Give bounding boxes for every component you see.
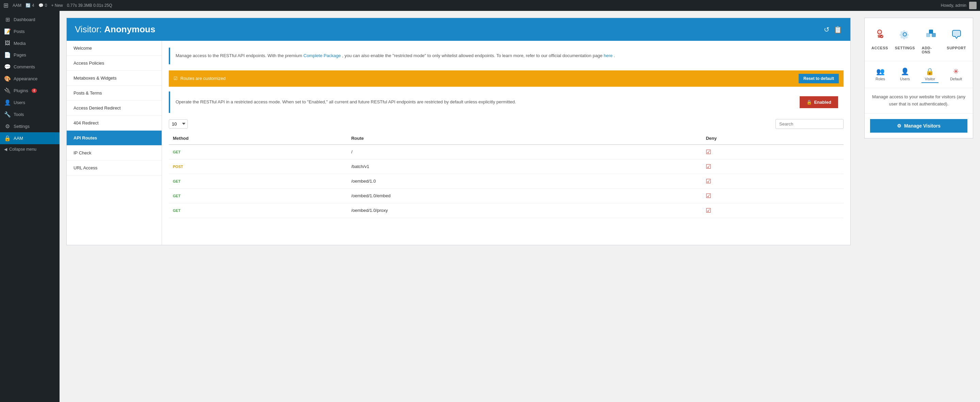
admin-menu: ⊞ Dashboard 📝 Posts 🖼 Media 📄 Pages 💬 Co… bbox=[0, 11, 60, 402]
deny-checkbox[interactable]: ☑ bbox=[706, 163, 711, 170]
support-icon bbox=[950, 28, 963, 43]
nav-item-access-policies[interactable]: Access Policies bbox=[67, 56, 162, 71]
sidebar-item-tools[interactable]: 🔧 Tools bbox=[0, 108, 60, 121]
roles-tab-label: Roles bbox=[875, 77, 885, 81]
sidebar-item-media[interactable]: 🖼 Media bbox=[0, 37, 60, 49]
deny-checkbox[interactable]: ☑ bbox=[706, 207, 711, 214]
reset-to-default-button[interactable]: Reset to default bbox=[799, 74, 839, 83]
site-name[interactable]: AAM bbox=[13, 3, 21, 8]
table-row: POST /batch/v1 ☑ bbox=[169, 159, 843, 174]
checkmark-icon: ☑ bbox=[173, 76, 178, 81]
sidebar-item-label: Tools bbox=[14, 112, 24, 117]
settings-icon bbox=[899, 28, 911, 43]
aam-main-area: Manage access to the RESTful API endpoin… bbox=[162, 41, 850, 245]
perf-stats: 0.77s 39.3MB 0.01s 25Q bbox=[67, 3, 112, 8]
posts-icon: 📝 bbox=[4, 28, 11, 35]
sidebar-item-users[interactable]: 👤 Users bbox=[0, 97, 60, 108]
table-row: GET /oembed/1.0/proxy ☑ bbox=[169, 203, 843, 218]
search-input[interactable] bbox=[775, 119, 843, 129]
manage-visitors-button[interactable]: ⚙ Manage Visitors bbox=[870, 119, 967, 133]
tools-icon: 🔧 bbox=[4, 111, 11, 118]
tab-default[interactable]: ✳ Default bbox=[947, 66, 966, 83]
nav-item-404[interactable]: 404 Redirect bbox=[67, 116, 162, 130]
support-label: SUPPORT bbox=[947, 46, 966, 50]
dashboard-icon: ⊞ bbox=[4, 16, 11, 23]
addons-icon-item[interactable]: ADD-ONS bbox=[918, 25, 943, 57]
sidebar-item-dashboard[interactable]: ⊞ Dashboard bbox=[0, 14, 60, 25]
sidebar-item-comments[interactable]: 💬 Comments bbox=[0, 61, 60, 73]
access-icon-item[interactable]: ACCESS bbox=[868, 25, 891, 57]
complete-package-link[interactable]: Complete Package bbox=[304, 53, 341, 58]
sidebar-item-label: Posts bbox=[14, 29, 25, 34]
comments-icon: 💬 bbox=[4, 64, 11, 70]
collapse-arrow-icon: ◀ bbox=[4, 147, 7, 152]
enabled-button[interactable]: 🔒 Enabled bbox=[800, 96, 838, 108]
method-label: POST bbox=[173, 165, 183, 169]
sidebar-item-pages[interactable]: 📄 Pages bbox=[0, 49, 60, 61]
addons-icon bbox=[925, 28, 937, 43]
users-tab-icon: 👤 bbox=[901, 67, 909, 76]
nav-item-welcome[interactable]: Welcome bbox=[67, 41, 162, 56]
col-deny: Deny bbox=[702, 132, 843, 145]
aam-header: Visitor: Anonymous ↺ 📋 bbox=[67, 18, 850, 41]
nav-item-posts-terms[interactable]: Posts & Terms bbox=[67, 86, 162, 101]
nav-item-ip-check[interactable]: IP Check bbox=[67, 146, 162, 160]
settings-label: SETTINGS bbox=[895, 46, 915, 50]
nav-item-url-access[interactable]: URL Access bbox=[67, 160, 162, 175]
default-tab-label: Default bbox=[950, 77, 962, 81]
role-tabs: 👥 Roles 👤 Users 🔒 Visitor ✳ Default bbox=[865, 61, 973, 88]
right-panel: ACCESS SETTINGS bbox=[864, 18, 973, 138]
wp-logo[interactable]: ⊞ bbox=[3, 2, 8, 9]
new-content[interactable]: + New bbox=[51, 3, 63, 8]
appearance-icon: 🎨 bbox=[4, 76, 11, 82]
reset-icon[interactable]: ↺ bbox=[824, 25, 830, 34]
nav-item-metaboxes[interactable]: Metaboxes & Widgets bbox=[67, 71, 162, 86]
here-link[interactable]: here bbox=[604, 53, 612, 58]
export-icon[interactable]: 📋 bbox=[834, 25, 842, 34]
users-tab-label: Users bbox=[900, 77, 910, 81]
deny-checkbox[interactable]: ☑ bbox=[706, 178, 711, 185]
support-icon-item[interactable]: SUPPORT bbox=[943, 25, 969, 57]
route-path: / bbox=[347, 145, 702, 159]
tab-visitor[interactable]: 🔒 Visitor bbox=[921, 66, 939, 83]
updates-count[interactable]: 🔄 4 bbox=[25, 3, 34, 8]
comments-link[interactable]: 💬 0 bbox=[38, 3, 47, 8]
lock-icon: 🔒 bbox=[807, 100, 812, 105]
banner-text: Routes are customized bbox=[180, 76, 226, 81]
sidebar-item-aam[interactable]: 🔒 AAM bbox=[0, 132, 60, 144]
enabled-label: Enabled bbox=[814, 100, 831, 105]
nav-item-access-denied[interactable]: Access Denied Redirect bbox=[67, 101, 162, 116]
nav-item-api-routes[interactable]: API Routes bbox=[67, 130, 162, 146]
sidebar-item-appearance[interactable]: 🎨 Appearance bbox=[0, 73, 60, 85]
right-top-icons: ACCESS SETTINGS bbox=[865, 18, 973, 61]
info-text: Manage access to the RESTful API endpoin… bbox=[176, 53, 304, 58]
per-page-select[interactable]: 10 25 50 100 bbox=[169, 119, 188, 129]
table-row: GET /oembed/1.0 ☑ bbox=[169, 174, 843, 188]
deny-checkbox[interactable]: ☑ bbox=[706, 149, 711, 156]
table-row: GET / ☑ bbox=[169, 145, 843, 159]
sidebar-item-label: Pages bbox=[14, 52, 26, 57]
gear-icon: ⚙ bbox=[897, 123, 901, 129]
svg-rect-5 bbox=[929, 30, 933, 34]
collapse-menu[interactable]: ◀ Collapse menu bbox=[0, 144, 60, 154]
visitor-tab-label: Visitor bbox=[925, 77, 935, 81]
users-icon: 👤 bbox=[4, 99, 11, 106]
method-label: GET bbox=[173, 150, 181, 154]
sidebar-item-settings[interactable]: ⚙ Settings bbox=[0, 121, 60, 132]
sidebar-item-plugins[interactable]: 🔌 Plugins 4 bbox=[0, 85, 60, 97]
main-content: Visitor: Anonymous ↺ 📋 Welcome Access Po… bbox=[60, 11, 980, 402]
info-box: Manage access to the RESTful API endpoin… bbox=[169, 48, 843, 64]
access-label: ACCESS bbox=[872, 46, 888, 50]
tab-roles[interactable]: 👥 Roles bbox=[872, 66, 888, 83]
sidebar-item-label: Media bbox=[14, 41, 25, 46]
route-path: /oembed/1.0 bbox=[347, 174, 702, 188]
sidebar-item-label: Appearance bbox=[14, 76, 37, 81]
settings-icon-item[interactable]: SETTINGS bbox=[891, 25, 918, 57]
restrict-mode-box: Operate the RESTful API in a restricted … bbox=[169, 92, 843, 113]
sidebar-item-label: Users bbox=[14, 100, 25, 105]
route-path: /oembed/1.0/proxy bbox=[347, 203, 702, 218]
info-text2: , you can also enable the "restricted mo… bbox=[342, 53, 604, 58]
sidebar-item-posts[interactable]: 📝 Posts bbox=[0, 25, 60, 37]
deny-checkbox[interactable]: ☑ bbox=[706, 192, 711, 199]
tab-users[interactable]: 👤 Users bbox=[897, 66, 913, 83]
